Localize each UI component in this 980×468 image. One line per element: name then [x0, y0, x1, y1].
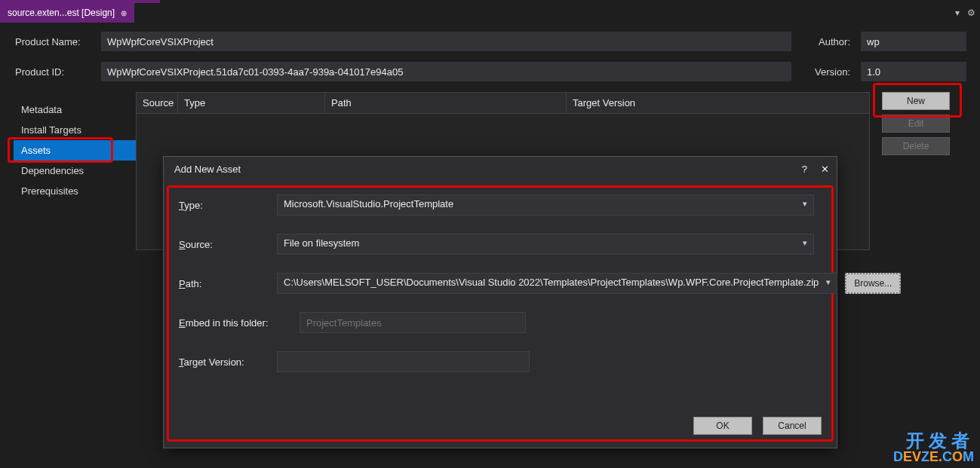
header-form: Product Name: Author: Product ID: Versio…: [0, 23, 980, 86]
author-label: Author:: [796, 36, 856, 47]
sidebar-item-install-targets[interactable]: Install Targets: [14, 120, 136, 140]
pin-icon[interactable]: ⊕: [121, 9, 127, 17]
path-label: Path:: [179, 278, 269, 289]
path-select[interactable]: C:\Users\MELSOFT_USER\Documents\Visual S…: [277, 273, 837, 294]
product-name-label: Product Name:: [14, 36, 97, 47]
document-tab[interactable]: source.exten...est [Design] ⊕: [0, 3, 134, 23]
th-path[interactable]: Path: [325, 93, 567, 114]
watermark: 开发者 DEVZE.COM: [893, 432, 974, 463]
th-type[interactable]: Type: [178, 93, 325, 114]
embed-folder-field[interactable]: [300, 312, 526, 333]
embed-folder-label: Embed in this folder:: [179, 317, 292, 329]
target-version-field[interactable]: [277, 351, 530, 372]
th-source[interactable]: Source: [137, 93, 178, 114]
target-version-label: Target Version:: [179, 356, 269, 368]
edit-button: Edit: [882, 115, 950, 133]
gear-icon[interactable]: ⚙: [967, 8, 975, 18]
version-field[interactable]: [861, 62, 966, 81]
browse-button[interactable]: Browse...: [845, 273, 901, 294]
tab-strip: source.exten...est [Design] ⊕ ▾ ⚙: [0, 3, 980, 23]
source-select[interactable]: File on filesystem: [277, 234, 814, 255]
help-icon[interactable]: ?: [802, 164, 807, 175]
version-label: Version:: [796, 66, 856, 78]
dropdown-icon[interactable]: ▾: [955, 8, 960, 18]
new-button[interactable]: New: [882, 92, 950, 110]
tab-title: source.exten...est [Design]: [8, 8, 115, 18]
product-id-label: Product ID:: [14, 66, 97, 78]
product-name-field[interactable]: [101, 32, 791, 51]
th-target-version[interactable]: Target Version: [567, 93, 869, 114]
sidebar-item-metadata[interactable]: Metadata: [14, 99, 136, 120]
cancel-button[interactable]: Cancel: [763, 417, 822, 435]
delete-button: Delete: [882, 137, 950, 155]
ok-button[interactable]: OK: [693, 417, 752, 435]
dialog-title: Add New Asset: [174, 164, 241, 175]
sidebar-item-dependencies[interactable]: Dependencies: [14, 161, 136, 181]
source-label: Source:: [179, 239, 269, 250]
author-field[interactable]: [861, 32, 966, 51]
type-label: TType:ype:: [179, 200, 269, 211]
add-new-asset-dialog: Add New Asset ? ✕ TType:ype: Microsoft.V…: [163, 156, 837, 448]
type-select[interactable]: Microsoft.VisualStudio.ProjectTemplate: [277, 194, 814, 216]
close-icon[interactable]: ✕: [821, 164, 829, 175]
sidebar: Metadata Install Targets Assets Dependen…: [0, 86, 136, 250]
sidebar-item-prerequisites[interactable]: Prerequisites: [14, 181, 136, 201]
sidebar-item-assets[interactable]: Assets: [14, 140, 136, 161]
product-id-field[interactable]: [101, 62, 791, 81]
